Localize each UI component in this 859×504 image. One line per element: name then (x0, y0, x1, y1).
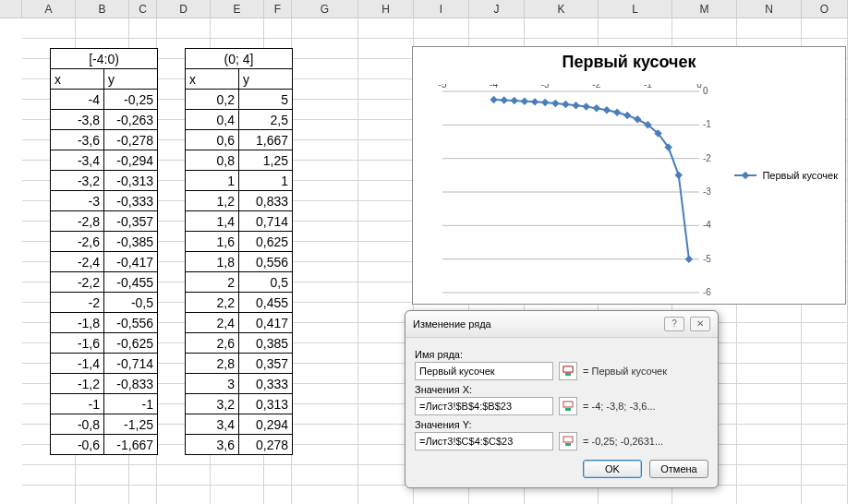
cell[interactable] (292, 384, 358, 404)
cell[interactable] (157, 486, 211, 504)
column-header[interactable]: N (737, 0, 802, 18)
cell[interactable] (292, 343, 358, 364)
cell[interactable] (802, 486, 848, 504)
cell-x[interactable]: -2,6 (51, 232, 104, 252)
cell-y[interactable]: 1 (239, 171, 293, 191)
cell-y[interactable]: 0,5 (239, 272, 293, 293)
cell[interactable] (129, 486, 157, 504)
column-header[interactable]: E (211, 0, 264, 18)
cell-y[interactable]: -0,417 (104, 252, 158, 272)
cell-x[interactable]: -1,8 (51, 313, 104, 333)
cell-y[interactable]: 1,25 (239, 150, 293, 171)
cell[interactable] (22, 486, 76, 504)
cell[interactable] (292, 262, 358, 282)
cell-x[interactable]: -3,2 (51, 171, 104, 191)
cell-x[interactable]: 3 (186, 374, 239, 394)
cell-y[interactable]: 2,5 (239, 110, 293, 130)
cell[interactable] (358, 79, 414, 100)
cancel-button[interactable]: Отмена (649, 460, 708, 478)
cell[interactable] (737, 323, 802, 343)
cell-y[interactable]: -0,714 (104, 354, 158, 374)
cell-x[interactable]: 3,4 (186, 414, 239, 435)
cell[interactable] (292, 364, 358, 384)
column-header[interactable]: G (292, 0, 358, 18)
cell[interactable] (802, 465, 848, 486)
cell-y[interactable]: 0,455 (239, 293, 293, 313)
cell[interactable] (292, 222, 358, 242)
cell-y[interactable]: -1 (104, 394, 158, 414)
cell[interactable] (737, 343, 802, 364)
cell[interactable] (802, 323, 848, 343)
cell-x[interactable]: -1,4 (51, 354, 104, 374)
cell[interactable] (292, 39, 358, 59)
cell-y[interactable]: -0,5 (104, 293, 158, 313)
cell[interactable] (358, 181, 414, 201)
cell-x[interactable]: 2,2 (186, 293, 239, 313)
cell-x[interactable]: -0,8 (51, 414, 104, 435)
cell[interactable] (76, 465, 129, 486)
cell-x[interactable]: -3 (51, 191, 104, 211)
cell[interactable] (737, 404, 802, 425)
cell-x[interactable]: -2,8 (51, 211, 104, 232)
cell[interactable] (358, 39, 414, 59)
cell[interactable] (358, 161, 414, 181)
cell[interactable] (737, 364, 802, 384)
cell-y[interactable]: 0,294 (239, 414, 293, 435)
cell[interactable] (292, 18, 358, 39)
cell[interactable] (264, 18, 292, 39)
cell[interactable] (414, 486, 469, 504)
cell-x[interactable]: -0,6 (51, 435, 104, 455)
cell-x[interactable]: -4 (51, 90, 104, 110)
column-header[interactable]: H (358, 0, 414, 18)
range-picker-button[interactable] (559, 432, 577, 450)
cell-y[interactable]: -0,357 (104, 211, 158, 232)
cell-x[interactable]: 2,8 (186, 354, 239, 374)
cell-y[interactable]: -0,294 (104, 150, 158, 171)
cell[interactable] (414, 18, 469, 39)
range-picker-button[interactable] (559, 397, 577, 415)
cell[interactable] (737, 465, 802, 486)
column-header[interactable]: C (129, 0, 157, 18)
column-header[interactable]: O (802, 0, 848, 18)
cell-x[interactable]: 0,2 (186, 90, 239, 110)
cell[interactable] (292, 181, 358, 201)
cell-y[interactable]: -0,263 (104, 110, 158, 130)
cell[interactable] (211, 486, 264, 504)
cell-y[interactable]: 0,417 (239, 313, 293, 333)
cell[interactable] (292, 59, 358, 79)
cell-y[interactable]: 0,385 (239, 333, 293, 354)
series-name-input[interactable] (415, 362, 553, 380)
cell[interactable] (802, 445, 848, 465)
cell[interactable] (157, 18, 211, 39)
cell[interactable] (802, 384, 848, 404)
column-header[interactable]: A (22, 0, 76, 18)
cell-x[interactable]: 1,8 (186, 252, 239, 272)
cell-x[interactable]: 2,6 (186, 333, 239, 354)
cell-y[interactable]: -0,278 (104, 130, 158, 150)
series-x-input[interactable] (415, 397, 553, 415)
cell[interactable] (358, 262, 414, 282)
select-all-corner[interactable] (0, 0, 22, 18)
column-header[interactable]: L (599, 0, 672, 18)
chart-object[interactable]: Первый кусочек 0-1-2-3-4-5-6-5-4-3-2-10 … (412, 46, 846, 305)
cell[interactable] (737, 18, 802, 39)
cell-y[interactable]: 0,278 (239, 435, 293, 455)
cell[interactable] (469, 486, 525, 504)
cell[interactable] (292, 242, 358, 262)
cell-y[interactable]: -1,667 (104, 435, 158, 455)
cell-x[interactable]: -1,6 (51, 333, 104, 354)
cell-x[interactable]: 1,2 (186, 191, 239, 211)
cell[interactable] (292, 404, 358, 425)
cell[interactable] (358, 120, 414, 140)
cell[interactable] (672, 486, 737, 504)
cell[interactable] (22, 465, 76, 486)
cell[interactable] (292, 425, 358, 445)
cell-y[interactable]: -0,625 (104, 333, 158, 354)
cell-x[interactable]: -3,6 (51, 130, 104, 150)
cell[interactable] (358, 140, 414, 161)
column-header[interactable]: B (76, 0, 129, 18)
cell[interactable] (358, 486, 414, 504)
column-header[interactable]: J (469, 0, 525, 18)
cell-y[interactable]: 0,333 (239, 374, 293, 394)
cell-x[interactable]: 0,4 (186, 110, 239, 130)
